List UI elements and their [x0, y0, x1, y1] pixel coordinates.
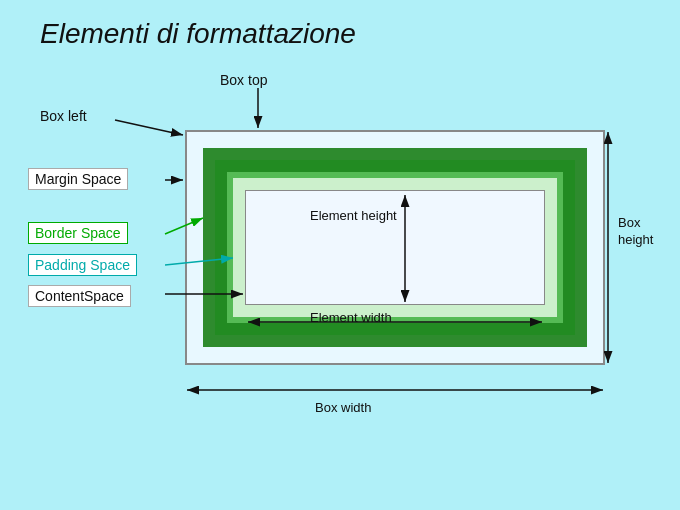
label-border-space: Border Space — [28, 222, 128, 244]
page-title: Elementi di formattazione — [40, 18, 356, 50]
label-box-left: Box left — [40, 108, 87, 124]
svg-line-6 — [115, 120, 183, 135]
label-content-space: ContentSpace — [28, 285, 131, 307]
label-padding-space: Padding Space — [28, 254, 137, 276]
label-element-height: Element height — [310, 208, 397, 223]
label-margin-space: Margin Space — [28, 168, 128, 190]
label-box-height: Boxheight — [618, 215, 653, 249]
label-box-top: Box top — [220, 72, 267, 88]
label-box-width: Box width — [315, 400, 371, 415]
label-element-width: Element width — [310, 310, 392, 325]
